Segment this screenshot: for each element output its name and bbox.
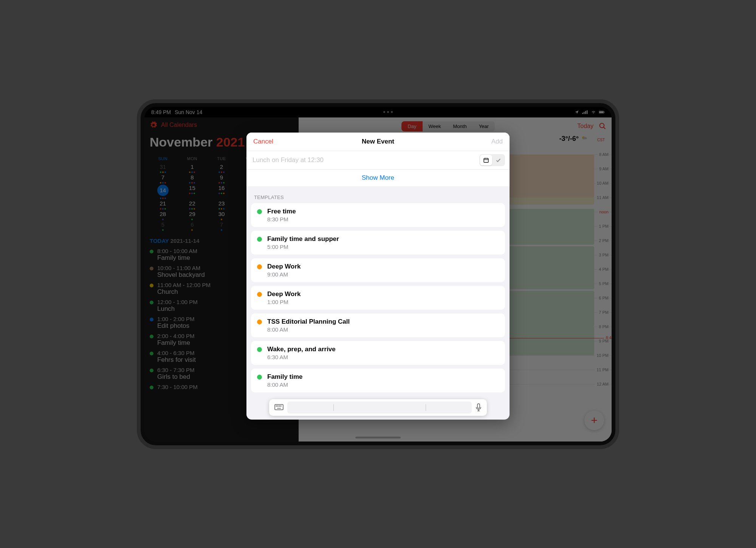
templates-list: Free time8:30 PMFamily time and supper5:… [246, 203, 510, 420]
keyboard-icon[interactable] [274, 404, 284, 411]
view-segmented-control[interactable]: DayWeekMonthYear [401, 121, 495, 131]
calendar-mode-icon[interactable] [480, 155, 492, 165]
gear-icon[interactable] [150, 121, 157, 129]
segment-month[interactable]: Month [447, 121, 473, 131]
template-item[interactable]: Family time8:00 AM [251, 369, 505, 392]
calendar-day[interactable]: 23 [207, 199, 236, 210]
svg-point-7 [600, 123, 604, 128]
calendar-day[interactable]: 7 [207, 220, 236, 231]
status-time: 8:49 PM [151, 109, 171, 115]
show-more-link[interactable]: Show More [246, 170, 510, 186]
svg-rect-14 [275, 404, 283, 410]
segment-day[interactable]: Day [401, 121, 422, 131]
calendar-day[interactable]: 28 [148, 210, 178, 220]
svg-point-15 [276, 406, 277, 406]
screen: 8:49 PM Sun Nov 14 All Calendars Novembe… [144, 107, 612, 441]
template-item[interactable]: Family time and supper5:00 PM [251, 231, 505, 255]
calendar-day[interactable]: 5 [148, 220, 178, 231]
signal-icon [582, 110, 588, 114]
svg-rect-10 [484, 158, 488, 162]
segment-week[interactable]: Week [423, 121, 447, 131]
modal-title: New Event [246, 138, 510, 145]
templates-section-label: TEMPLATES [246, 186, 510, 203]
home-indicator[interactable] [355, 437, 401, 438]
checkmark-mode-icon[interactable] [492, 155, 504, 165]
location-icon [574, 110, 580, 114]
calendar-day[interactable]: 2 [207, 162, 236, 173]
cancel-button[interactable]: Cancel [253, 138, 273, 145]
status-date: Sun Nov 14 [175, 109, 202, 115]
calendar-day[interactable]: 21 [148, 199, 178, 210]
event-title-input[interactable] [251, 151, 479, 169]
today-button[interactable]: Today [577, 123, 593, 130]
add-event-button[interactable]: + [584, 411, 604, 430]
template-item[interactable]: TSS Editorial Planning Call8:00 AM [251, 313, 505, 337]
template-item[interactable]: Deep Work1:00 PM [251, 286, 505, 310]
calendar-day[interactable]: 8 [178, 173, 207, 184]
calendar-day[interactable]: 29 [178, 210, 207, 220]
new-event-modal: Cancel New Event Add Show More TEMPLATES… [246, 133, 510, 420]
ipad-device-frame: 8:49 PM Sun Nov 14 All Calendars Novembe… [137, 99, 619, 449]
svg-rect-6 [604, 111, 604, 112]
calendar-day[interactable]: 9 [207, 173, 236, 184]
wifi-icon [590, 110, 596, 114]
weather-icon [581, 135, 588, 142]
svg-rect-5 [599, 111, 603, 113]
all-calendars-link[interactable]: All Calendars [161, 122, 197, 128]
add-button[interactable]: Add [491, 138, 503, 145]
microphone-icon[interactable] [476, 403, 482, 412]
svg-line-8 [604, 127, 606, 129]
calendar-day[interactable]: 7 [148, 173, 178, 184]
keyboard-toolbar[interactable] [269, 399, 487, 416]
calendar-day[interactable]: 1 [178, 162, 207, 173]
svg-rect-2 [585, 111, 586, 114]
calendar-day[interactable]: 6 [178, 220, 207, 231]
weather-summary: -3°/-6° [559, 135, 588, 143]
template-item[interactable]: Wake, prep, and arrive6:30 AM [251, 341, 505, 365]
svg-rect-1 [584, 112, 584, 114]
calendar-day[interactable]: 22 [178, 199, 207, 210]
timezone-label: CST [597, 138, 605, 142]
multitask-dots[interactable] [383, 111, 393, 113]
battery-icon [599, 110, 605, 114]
svg-rect-20 [477, 404, 480, 408]
calendar-day[interactable]: 31 [148, 162, 178, 173]
search-icon[interactable] [599, 122, 606, 130]
svg-rect-0 [582, 113, 583, 114]
calendar-day[interactable]: 14 [148, 184, 178, 199]
template-item[interactable]: Deep Work9:00 AM [251, 258, 505, 282]
parse-mode-toggle[interactable] [479, 154, 505, 166]
calendar-day[interactable]: 30 [207, 210, 236, 220]
svg-point-17 [279, 406, 280, 406]
svg-point-18 [280, 406, 281, 406]
segment-year[interactable]: Year [473, 121, 495, 131]
status-bar: 8:49 PM Sun Nov 14 [144, 107, 612, 116]
svg-rect-3 [587, 110, 587, 114]
calendar-day[interactable]: 16 [207, 184, 236, 199]
scribble-area[interactable] [287, 401, 472, 414]
svg-point-16 [277, 406, 278, 406]
template-item[interactable]: Free time8:30 PM [251, 203, 505, 227]
calendar-day[interactable]: 15 [178, 184, 207, 199]
